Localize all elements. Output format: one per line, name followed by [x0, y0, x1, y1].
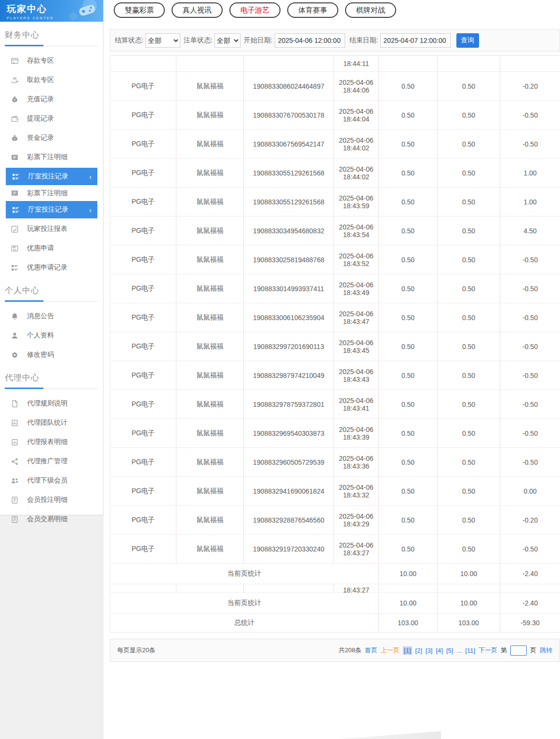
sidebar-item-withdraw-records[interactable]: 提现记录: [0, 109, 103, 128]
page-link[interactable]: [11]: [465, 647, 475, 654]
cell-time: 2025-04-0618:43:29: [334, 506, 379, 535]
tab-sports[interactable]: 体育赛事: [287, 2, 338, 18]
sidebar-item-profile[interactable]: 个人资料: [0, 326, 103, 345]
sidebar-item-agent-rules[interactable]: 代理规则说明: [0, 394, 103, 413]
main-content: 雙赢彩票真人视讯电子游艺体育赛事棋牌对战 结算状态: 全部 注单状态: 全部 开…: [104, 0, 560, 739]
cell-time: 2025-04-0618:43:49: [334, 274, 379, 303]
cell-valid: 0.50: [438, 419, 500, 448]
sidebar-item-agent-sub-members[interactable]: 代理下级会员: [0, 471, 103, 490]
sidebar-item-hall-bet-records[interactable]: 厅室投注记录›: [6, 168, 97, 185]
sidebar-item-agent-promotion[interactable]: 代理推广管理: [0, 452, 103, 471]
order-status-select[interactable]: 全部: [214, 33, 240, 48]
sidebar-item-promo-apply[interactable]: 优惠申请: [0, 239, 103, 258]
sidebar-item-agent-report-details[interactable]: 代理报表明细: [0, 432, 103, 452]
cell-profit: -0.50: [500, 535, 560, 564]
sidebar-item-hall-bet-records-2[interactable]: 厅室投注记录›: [6, 201, 97, 218]
cell-order: 1908833025819488768: [244, 245, 334, 274]
cell-valid: 0.50: [438, 506, 500, 535]
money-bag-icon: [11, 95, 19, 104]
pagination-right: 共208条首页上一页[1][2][3][4][5]...[11]下一页第页跳转: [338, 645, 552, 656]
cell-bet: 0.50: [379, 477, 438, 506]
jump-suffix-label: 页: [530, 646, 536, 655]
sidebar-item-fund-records[interactable]: 资金记录: [0, 128, 103, 148]
cell-game: 鼠鼠福福: [176, 419, 244, 448]
tab-lottery[interactable]: 雙赢彩票: [114, 2, 165, 18]
cell-profit: -0.50: [500, 101, 560, 130]
tab-live-video[interactable]: 真人视讯: [172, 2, 223, 18]
jump-page-input[interactable]: [510, 645, 527, 656]
sidebar-item-recharge-records[interactable]: 充值记录: [0, 90, 103, 109]
cell-bet: 0.50: [379, 332, 438, 361]
bet-time: 18:44:06: [334, 86, 378, 94]
cell-game: 鼠鼠福福: [176, 535, 244, 564]
jump-prefix-label: 第: [501, 646, 507, 655]
bet-time: 18:44:04: [334, 115, 378, 123]
settle-status-select[interactable]: 全部: [146, 33, 180, 48]
prev-page-link[interactable]: 上一页: [381, 646, 400, 655]
cell-platform: PG电子: [110, 159, 176, 188]
bet-date: 2025-04-06: [334, 281, 378, 289]
sidebar-item-promo-apply-records[interactable]: 优惠申请记录: [0, 258, 103, 277]
page-summary-row-2-valid: 10.00: [438, 593, 500, 614]
bet-time: 18:43:41: [334, 404, 378, 412]
page-link[interactable]: [3]: [426, 647, 432, 654]
sidebar-item-deposit-zone[interactable]: 存款专区: [0, 51, 103, 70]
cell-platform: PG电子: [110, 419, 176, 448]
bet-time: 18:43:49: [334, 289, 378, 296]
cell-bet: 0.50: [379, 535, 438, 564]
start-date-input[interactable]: [275, 33, 345, 48]
start-date-label: 开始日期:: [244, 36, 273, 45]
sidebar-item-label: 修改密码: [27, 350, 54, 359]
cell-platform: PG电子: [110, 448, 176, 477]
hand-money-icon: [11, 76, 19, 84]
pagination-bar: 每页显示20条 共208条首页上一页[1][2][3][4][5]...[11]…: [110, 639, 560, 662]
bet-date: 2025-04-06: [334, 541, 378, 549]
sidebar-item-withdraw-zone[interactable]: 取款专区: [0, 70, 103, 90]
cell-game: 鼠鼠福福: [176, 477, 244, 506]
cell-game: 鼠鼠福福: [176, 130, 244, 159]
cell-order: 1908832978759372801: [244, 390, 334, 419]
tab-board-games[interactable]: 棋牌对战: [345, 2, 396, 18]
page-link-current[interactable]: [1]: [403, 646, 412, 655]
total-summary-row: 总统计103.00103.00-59.30: [110, 614, 560, 632]
table-row: PG电子鼠鼠福福19088329879742100492025-04-0618:…: [110, 361, 560, 390]
cell-bet: 0.50: [379, 419, 438, 448]
page-summary-row-2-bet: 10.00: [379, 593, 438, 614]
sidebar-item-label: 会员投注明细: [27, 496, 67, 504]
filter-bar: 结算状态: 全部 注单状态: 全部 开始日期: 结束日期: 查询: [110, 29, 560, 52]
coin-purse-icon: [11, 134, 19, 142]
bet-time: 18:43:54: [334, 231, 378, 239]
page-link[interactable]: [4]: [436, 647, 443, 654]
sidebar-item-player-bet-report[interactable]: 玩家投注报表: [0, 219, 103, 239]
sidebar-item-member-bet-details[interactable]: 会员投注明细: [0, 490, 103, 510]
cell-time: 2025-04-0618:43:47: [334, 303, 379, 332]
cell-bet: [379, 56, 438, 72]
sidebar-item-agent-team-stats[interactable]: 代理团队统计: [0, 413, 103, 432]
first-page-link[interactable]: 首页: [365, 646, 377, 655]
sidebar-item-lottery-bet-details-2[interactable]: 彩票下注明细: [0, 186, 103, 200]
cell-profit: -0.50: [500, 361, 560, 390]
end-date-input[interactable]: [380, 33, 451, 48]
page-link[interactable]: [5]: [446, 647, 453, 654]
tab-slots[interactable]: 电子游艺: [229, 2, 280, 18]
sidebar-item-messages[interactable]: 消息公告: [0, 307, 103, 326]
bet-time: 18:43:47: [334, 318, 378, 325]
sidebar-item-lottery-bet-details[interactable]: 彩票下注明细: [0, 148, 103, 167]
cell-valid: 0.50: [438, 216, 500, 245]
sidebar-item-label: 代理规则说明: [27, 399, 67, 408]
sidebar-item-label: 优惠申请: [27, 244, 54, 253]
cell-order: 1908833034954680832: [244, 216, 334, 245]
cell-profit: 4.50: [500, 216, 560, 245]
table-row: PG电子鼠鼠福福19088330551292615682025-04-0618:…: [110, 159, 560, 188]
sidebar-item-member-transactions[interactable]: 会员交易明细: [0, 510, 103, 529]
cell-game: 鼠鼠福福: [176, 274, 244, 303]
sidebar-section: 代理中心代理规则说明代理团队统计代理报表明细代理推广管理代理下级会员会员投注明细…: [0, 372, 103, 529]
org-list-icon: [12, 173, 20, 181]
search-button[interactable]: 查询: [456, 33, 479, 48]
page-link[interactable]: [2]: [415, 647, 422, 654]
sidebar-item-change-password[interactable]: 修改密码: [0, 345, 103, 364]
jump-button[interactable]: 跳转: [540, 646, 552, 655]
next-page-link[interactable]: 下一页: [479, 646, 497, 655]
cell-platform: PG电子: [110, 188, 176, 216]
sidebar-section: 个人中心消息公告个人资料修改密码: [0, 285, 103, 364]
